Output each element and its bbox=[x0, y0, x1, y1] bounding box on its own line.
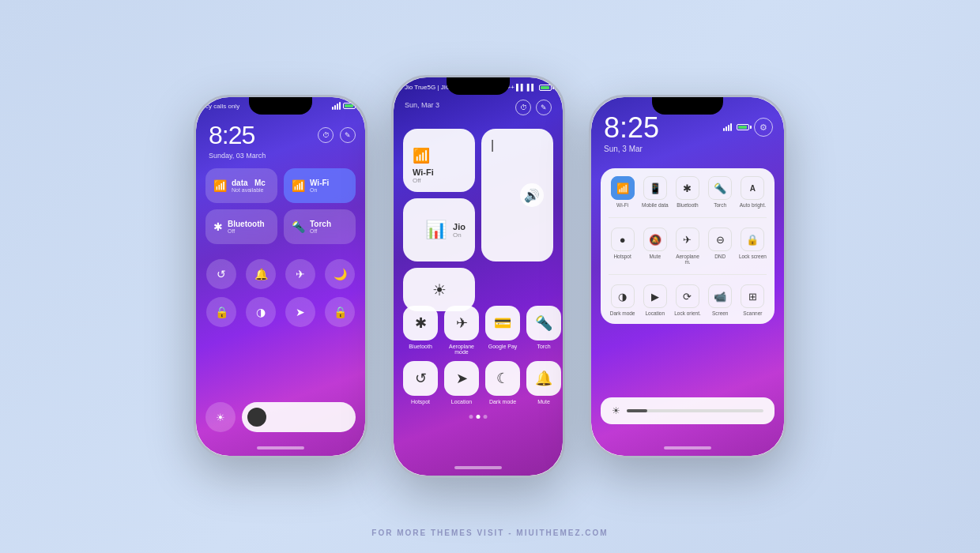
right-torch-icon: 🔦 bbox=[708, 176, 732, 200]
lock-btn[interactable]: 🔒 bbox=[206, 297, 236, 327]
center-wifi-title: Wi-Fi bbox=[413, 167, 434, 177]
center-wifi-sub: Off bbox=[413, 177, 421, 184]
volume-tile[interactable]: | 🔊 bbox=[481, 129, 553, 261]
data-tile[interactable]: 📶 data Mc Not available bbox=[205, 168, 277, 203]
page-dots bbox=[469, 415, 488, 419]
right-screen-item[interactable]: 📹 Screen bbox=[707, 284, 734, 316]
right-wifi-item[interactable]: 📶 Wi-Fi bbox=[609, 176, 636, 208]
location-btn[interactable]: ➤ bbox=[285, 297, 315, 327]
moon-btn[interactable]: 🌙 bbox=[325, 259, 355, 289]
right-mute-item[interactable]: 🔕 Mute bbox=[641, 228, 669, 265]
mute-item[interactable]: 🔔 Mute bbox=[526, 361, 561, 404]
right-lockscreen-item[interactable]: 🔒 Lock screen bbox=[739, 228, 767, 265]
right-orientation-item[interactable]: ⟳ Lock orient. bbox=[673, 284, 701, 316]
home-indicator-center bbox=[454, 466, 502, 469]
dot-1 bbox=[469, 415, 473, 419]
right-location-icon: ▶ bbox=[643, 284, 667, 308]
home-indicator-left bbox=[257, 446, 304, 450]
right-autobrightness-item[interactable]: A Auto bright. bbox=[739, 176, 767, 208]
pay-item[interactable]: 💳 Google Pay bbox=[485, 306, 520, 355]
lock2-btn[interactable]: 🔒 bbox=[325, 297, 355, 327]
right-control-panel: 📶 Wi-Fi 📱 Mobile data ✱ Bluetooth 🔦 Torc… bbox=[601, 168, 775, 324]
right-hotspot-item[interactable]: ● Hotspot bbox=[609, 228, 636, 265]
darkmode-item[interactable]: ☾ Dark mode bbox=[485, 361, 520, 404]
brightness-tile[interactable]: ☀ bbox=[403, 268, 475, 311]
right-divider-2 bbox=[609, 269, 767, 280]
right-torch-item[interactable]: 🔦 Torch bbox=[707, 176, 734, 208]
right-lock-icon: 🔒 bbox=[741, 228, 764, 251]
right-scanner-item[interactable]: ⊞ Scanner bbox=[739, 284, 767, 316]
darkmode-label: Dark mode bbox=[489, 399, 516, 404]
bell-btn[interactable]: 🔔 bbox=[246, 259, 276, 289]
right-mute-label: Mute bbox=[650, 254, 661, 259]
brightness-track[interactable] bbox=[242, 402, 356, 432]
center-airplane-icon: ✈ bbox=[444, 306, 479, 340]
right-sun-icon: ☀ bbox=[612, 405, 620, 416]
left-carrier: cy calls only bbox=[205, 103, 239, 110]
center-wifi-tile[interactable]: 📶 Wi-Fi Off bbox=[403, 129, 475, 192]
right-date: Sun, 3 Mar bbox=[604, 145, 659, 153]
music-tile[interactable]: 📊 Jio On bbox=[403, 198, 475, 261]
center-icon-grid: ✱ Bluetooth ✈ Aeroplane mode 💳 Google Pa… bbox=[403, 306, 553, 404]
center-clock-icon[interactable]: ⏱ bbox=[515, 100, 531, 115]
right-slider-track[interactable] bbox=[627, 409, 763, 412]
torch-label: Torch bbox=[537, 344, 550, 349]
sync-btn[interactable]: ↺ bbox=[206, 259, 236, 289]
brightness-icon: ☀ bbox=[432, 280, 447, 299]
edit-icon[interactable]: ✎ bbox=[340, 127, 356, 143]
music-tile-text: Jio On bbox=[453, 222, 466, 239]
center-edit-icon[interactable]: ✎ bbox=[536, 100, 552, 115]
left-icon-grid: ↺ 🔔 ✈ 🌙 🔒 ◑ ➤ 🔒 bbox=[205, 259, 356, 327]
clock-icon[interactable]: ⏱ bbox=[318, 127, 334, 143]
settings-icon[interactable]: ⚙ bbox=[754, 118, 773, 137]
bluetooth-item[interactable]: ✱ Bluetooth bbox=[403, 306, 438, 355]
right-mute-icon: 🔕 bbox=[643, 228, 667, 251]
volume-icon: 🔊 bbox=[520, 183, 544, 207]
airplane-item[interactable]: ✈ Aeroplane mode bbox=[444, 306, 479, 355]
left-date: Sunday, 03 March bbox=[209, 152, 266, 160]
music-waveform-icon: 📊 bbox=[425, 220, 447, 240]
brightness-btn[interactable]: ◑ bbox=[246, 297, 276, 327]
center-torch-icon: 🔦 bbox=[526, 306, 561, 340]
center-wifi-icon: 📶 bbox=[413, 147, 430, 164]
right-dnd-icon: ⊖ bbox=[708, 228, 732, 251]
center-time-icons: ⏱ ✎ bbox=[515, 100, 552, 115]
dot-3 bbox=[484, 415, 488, 419]
right-airplane-label: Aeroplane m. bbox=[673, 254, 701, 265]
center-bluetooth-icon: ✱ bbox=[403, 306, 438, 340]
right-autobrightness-label: Auto bright. bbox=[740, 202, 766, 208]
left-status-icons bbox=[332, 102, 356, 110]
right-bluetooth-icon: ✱ bbox=[676, 176, 699, 200]
right-bluetooth-item[interactable]: ✱ Bluetooth bbox=[673, 176, 701, 208]
right-status-icons: ⚙ bbox=[723, 118, 773, 137]
airplane-btn[interactable]: ✈ bbox=[285, 259, 315, 289]
right-airplane-icon: ✈ bbox=[676, 228, 699, 251]
right-screen: 8:25 Sun, 3 Mar ⚙ 📶 Wi-Fi bbox=[591, 97, 784, 456]
right-dnd-label: DND bbox=[714, 254, 726, 259]
right-location-item[interactable]: ▶ Location bbox=[641, 284, 669, 316]
right-brightness-slider[interactable]: ☀ bbox=[601, 397, 775, 424]
wifi-tile[interactable]: 📶 Wi-Fi On bbox=[284, 168, 356, 203]
home-indicator-right bbox=[664, 446, 711, 450]
right-dnd-item[interactable]: ⊖ DND bbox=[707, 228, 734, 265]
right-mobiledata-item[interactable]: 📱 Mobile data bbox=[641, 176, 669, 208]
notch-right bbox=[652, 97, 723, 115]
data-icon: 📶 bbox=[213, 179, 227, 192]
right-darkmode-item[interactable]: ◑ Dark mode bbox=[609, 284, 636, 316]
battery-icon bbox=[343, 103, 356, 109]
signal-icon bbox=[332, 102, 341, 110]
location-item[interactable]: ➤ Location bbox=[444, 361, 479, 404]
torch-tile[interactable]: 🔦 Torch Off bbox=[284, 209, 356, 244]
right-mobiledata-icon: 📱 bbox=[643, 176, 667, 200]
torch-tile-text: Torch Off bbox=[310, 220, 331, 234]
pay-label: Google Pay bbox=[488, 344, 518, 349]
bluetooth-tile[interactable]: ✱ Bluetooth Off bbox=[205, 209, 277, 244]
torch-item[interactable]: 🔦 Torch bbox=[526, 306, 561, 355]
left-bottom-area: ☀ bbox=[205, 394, 356, 432]
right-hotspot-label: Hotspot bbox=[613, 254, 631, 259]
hotspot-item[interactable]: ↺ Hotspot bbox=[403, 361, 438, 404]
slider-handle[interactable] bbox=[247, 408, 266, 427]
right-airplane-item[interactable]: ✈ Aeroplane m. bbox=[673, 228, 701, 265]
right-screen-icon: 📹 bbox=[708, 284, 732, 308]
right-scanner-icon: ⊞ bbox=[741, 284, 764, 308]
